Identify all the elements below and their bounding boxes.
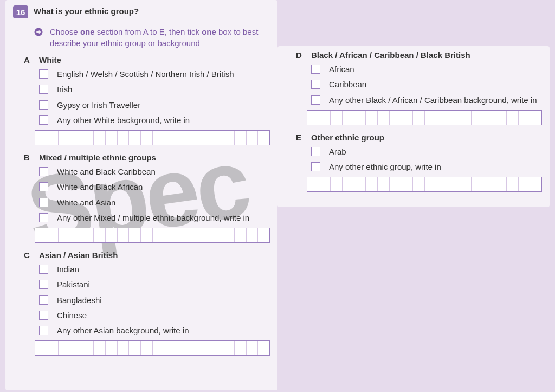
option-label: Bangladeshi [57,295,102,306]
section-d: D Black / African / Caribbean / Black Br… [285,50,542,125]
question-header: 16 What is your ethnic group? [13,5,270,18]
checkbox[interactable] [39,198,48,207]
option-label: Any other Black / African / Caribbean ba… [329,95,537,106]
section-a: A White English / Welsh / Scottish / Nor… [13,55,270,145]
checkbox[interactable] [311,147,320,156]
section-d-heading: D Black / African / Caribbean / Black Br… [296,50,542,60]
checkbox[interactable] [311,162,320,171]
option-label: White and Asian [57,197,115,208]
section-b-letter: B [24,153,33,162]
option-row: Chinese [39,310,270,321]
section-e-letter: E [296,133,305,142]
option-row: Any other White background, write in [39,115,270,126]
checkbox[interactable] [311,80,320,89]
section-e-heading: E Other ethnic group [296,133,542,142]
option-label: Any other White background, write in [57,115,190,126]
option-label: Indian [57,264,79,275]
write-in-field-b[interactable] [35,228,270,243]
option-row: African [311,64,542,75]
section-c-letter: C [24,250,33,260]
checkbox[interactable] [39,167,48,176]
checkbox[interactable] [39,182,48,191]
option-label: Pakistani [57,279,90,290]
left-column: Spec 16 What is your ethnic group? Choos… [5,0,278,390]
section-b-title: Mixed / multiple ethnic groups [39,153,156,162]
option-row: Any other Black / African / Caribbean ba… [311,95,542,106]
write-in-field-c[interactable] [35,340,270,356]
right-column: D Black / African / Caribbean / Black Br… [278,46,550,207]
option-label: White and Black Caribbean [57,166,156,177]
section-c-title: Asian / Asian British [39,250,118,260]
option-label: Any other Mixed / multiple ethnic backgr… [57,213,249,223]
checkbox[interactable] [39,100,48,110]
section-e: E Other ethnic group Arab Any other ethn… [285,133,542,192]
option-row: Any other ethnic group, write in [311,162,542,172]
question-title: What is your ethnic group? [34,5,139,16]
checkbox[interactable] [39,295,48,305]
checkbox[interactable] [39,326,48,335]
section-a-letter: A [24,55,33,65]
option-label: Chinese [57,310,87,321]
option-row: White and Black African [39,182,270,192]
option-label: Arab [329,146,346,157]
section-e-title: Other ethnic group [311,133,384,142]
option-row: White and Asian [39,197,270,208]
option-label: English / Welsh / Scottish / Northern Ir… [57,69,234,80]
option-row: Any other Asian background, write in [39,325,270,336]
section-d-letter: D [296,50,305,60]
option-row: English / Welsh / Scottish / Northern Ir… [39,69,270,80]
option-row: Gypsy or Irish Traveller [39,100,270,111]
checkbox[interactable] [39,213,48,222]
option-label: Any other Asian background, write in [57,325,189,336]
write-in-field-d[interactable] [307,110,542,125]
checkbox[interactable] [311,95,320,105]
option-label: White and Black African [57,182,143,192]
checkbox[interactable] [39,311,48,320]
instruction-text: Choose one section from A to E, then tic… [50,26,267,49]
checkbox[interactable] [39,265,48,274]
checkbox[interactable] [311,65,320,74]
section-b-heading: B Mixed / multiple ethnic groups [24,153,270,162]
section-a-heading: A White [24,55,270,65]
arrow-right-icon [34,27,43,37]
option-row: Any other Mixed / multiple ethnic backgr… [39,213,270,223]
section-a-title: White [39,55,61,65]
question-instruction: Choose one section from A to E, then tic… [34,26,270,49]
option-label: Gypsy or Irish Traveller [57,100,140,111]
checkbox[interactable] [39,115,48,125]
option-label: African [329,64,354,75]
section-d-title: Black / African / Caribbean / Black Brit… [311,50,470,60]
question-number-badge: 16 [13,5,28,18]
option-label: Caribbean [329,79,366,90]
checkbox[interactable] [39,85,48,94]
option-label: Any other ethnic group, write in [329,162,441,172]
option-row: White and Black Caribbean [39,166,270,177]
option-row: Indian [39,264,270,275]
section-c-heading: C Asian / Asian British [24,250,270,260]
section-b: B Mixed / multiple ethnic groups White a… [13,153,270,243]
checkbox[interactable] [39,69,48,79]
option-row: Arab [311,146,542,157]
option-row: Bangladeshi [39,295,270,306]
section-c: C Asian / Asian British Indian Pakistani… [13,250,270,356]
option-row: Pakistani [39,279,270,290]
option-row: Caribbean [311,79,542,90]
write-in-field-e[interactable] [307,177,542,192]
checkbox[interactable] [39,280,48,289]
write-in-field-a[interactable] [35,130,270,145]
option-row: Irish [39,84,270,95]
option-label: Irish [57,84,72,95]
